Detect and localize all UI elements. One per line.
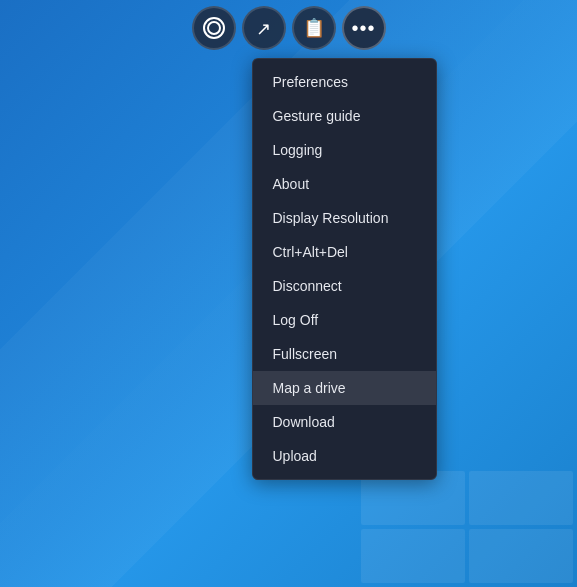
menu-item-display-resolution[interactable]: Display Resolution	[253, 201, 436, 235]
expand-button[interactable]	[242, 6, 286, 50]
target-button[interactable]	[192, 6, 236, 50]
more-button[interactable]: •••	[342, 6, 386, 50]
grid-cell	[361, 529, 465, 583]
menu-item-preferences[interactable]: Preferences	[253, 65, 436, 99]
dropdown-menu: Preferences Gesture guide Logging About …	[252, 58, 437, 480]
menu-item-upload[interactable]: Upload	[253, 439, 436, 473]
menu-item-ctrl-alt-del[interactable]: Ctrl+Alt+Del	[253, 235, 436, 269]
menu-item-map-a-drive[interactable]: Map a drive	[253, 371, 436, 405]
clipboard-button[interactable]: 📋	[292, 6, 336, 50]
desktop-grid	[357, 467, 577, 587]
grid-cell	[469, 529, 573, 583]
grid-cell	[469, 471, 573, 525]
menu-item-log-off[interactable]: Log Off	[253, 303, 436, 337]
menu-item-fullscreen[interactable]: Fullscreen	[253, 337, 436, 371]
menu-item-disconnect[interactable]: Disconnect	[253, 269, 436, 303]
menu-item-logging[interactable]: Logging	[253, 133, 436, 167]
clipboard-icon: 📋	[303, 17, 325, 39]
toolbar: 📋 •••	[192, 6, 386, 50]
more-icon: •••	[351, 17, 375, 40]
menu-item-gesture-guide[interactable]: Gesture guide	[253, 99, 436, 133]
expand-icon	[254, 18, 274, 38]
menu-item-download[interactable]: Download	[253, 405, 436, 439]
target-icon	[203, 17, 225, 39]
menu-item-about[interactable]: About	[253, 167, 436, 201]
